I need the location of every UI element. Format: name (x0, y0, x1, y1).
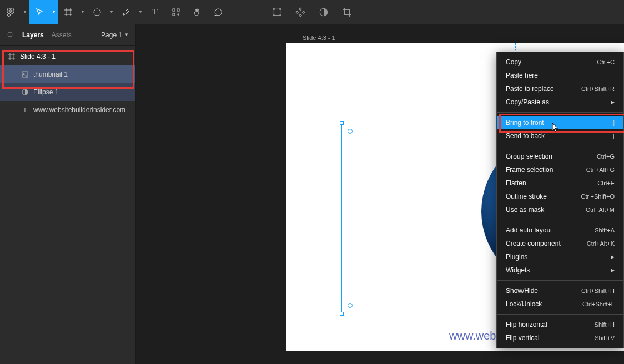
ctx-copy-paste-as[interactable]: Copy/Paste as▶ (497, 95, 623, 109)
hand-tool-icon (193, 8, 202, 17)
submenu-arrow-icon: ▶ (611, 267, 615, 273)
ctx-show-hide[interactable]: Show/HideCtrl+Shift+H (497, 284, 623, 297)
ctx-lock[interactable]: Lock/UnlockCtrl+Shift+L (497, 297, 623, 311)
text-tool-button[interactable]: T (144, 0, 165, 24)
move-tool-button[interactable] (29, 0, 50, 24)
layer-thumbnail[interactable]: thumbnail 1 (0, 65, 135, 83)
figma-menu-chevron[interactable]: ▼ (21, 0, 29, 24)
toolbar: ▼ ▼ ▼ ▼ ▼ T (0, 0, 624, 24)
comment-tool-button[interactable] (208, 0, 229, 24)
resources-icon (172, 8, 180, 17)
ctx-separator (497, 314, 623, 315)
svg-point-12 (273, 14, 275, 16)
ctx-send-back-label: Send to back (506, 132, 545, 140)
pen-tool-icon (122, 8, 130, 17)
svg-rect-9 (274, 9, 280, 15)
crop-button[interactable] (341, 7, 353, 18)
chevron-down-icon: ▼ (124, 32, 129, 37)
layer-frame[interactable]: Slide 4:3 - 1 (0, 48, 135, 65)
ctx-lock-shortcut: Ctrl+Shift+L (582, 301, 615, 307)
component-icon (295, 7, 305, 17)
ctx-separator (497, 146, 623, 146)
layers-panel: Slide 4:3 - 1 thumbnail 1 Ellipse 1 T ww… (0, 46, 135, 119)
ctx-copy-shortcut: Ctrl+C (597, 59, 615, 65)
shape-tool-chevron[interactable]: ▼ (108, 0, 115, 24)
frame-icon (8, 53, 16, 60)
ctx-plugins[interactable]: Plugins▶ (497, 250, 623, 264)
svg-point-10 (273, 8, 275, 9)
ctx-separator (497, 220, 623, 220)
ctx-paste-replace-shortcut: Ctrl+Shift+R (581, 85, 615, 92)
ctx-flatten-shortcut: Ctrl+E (597, 180, 615, 186)
svg-point-3 (11, 11, 14, 13)
move-tool-chevron[interactable]: ▼ (50, 0, 58, 24)
layer-frame-label: Slide 4:3 - 1 (20, 53, 56, 60)
ctx-frame-selection[interactable]: Frame selectionCtrl+Alt+G (497, 163, 623, 176)
ctx-send-back[interactable]: Send to back[ (497, 129, 623, 143)
layer-thumbnail-label: thumbnail 1 (33, 70, 68, 78)
ctx-paste-replace[interactable]: Paste to replaceCtrl+Shift+R (497, 82, 623, 95)
ctx-flatten[interactable]: FlattenCtrl+E (497, 176, 623, 190)
text-tool-icon: T (152, 7, 157, 17)
create-component-button[interactable] (295, 7, 306, 18)
ctx-flip-v-shortcut: Shift+V (595, 335, 615, 341)
ctx-outline[interactable]: Outline strokeCtrl+Shift+O (497, 190, 623, 203)
ctx-copy[interactable]: CopyCtrl+C (497, 55, 623, 69)
svg-point-13 (279, 14, 281, 16)
search-icon[interactable] (7, 31, 14, 39)
page-selector-label: Page 1 (101, 31, 122, 39)
pen-tool-button[interactable] (115, 0, 137, 24)
ctx-bring-front[interactable]: Bring to front] (497, 116, 623, 129)
sidebar: Layers Assets Page 1▼ Slide 4:3 - 1 thum… (0, 24, 136, 364)
tab-layers[interactable]: Layers (22, 31, 44, 39)
ctx-paste-here[interactable]: Paste here (497, 69, 623, 82)
selection-radius-t[interactable] (348, 129, 353, 134)
ctx-auto-layout[interactable]: Add auto layoutShift+A (497, 224, 623, 237)
ctx-paste-replace-label: Paste to replace (506, 85, 554, 93)
ctx-send-back-shortcut: [ (613, 133, 615, 139)
ctx-mask[interactable]: Use as maskCtrl+Alt+M (497, 203, 623, 216)
ctx-widgets-label: Widgets (506, 266, 530, 274)
ctx-flip-v-label: Flip vertical (506, 334, 540, 342)
ctx-create-component[interactable]: Create componentCtrl+Alt+K (497, 237, 623, 250)
canvas-frame-label[interactable]: Slide 4:3 - 1 (303, 34, 335, 41)
ctx-flatten-label: Flatten (506, 179, 526, 187)
ctx-group[interactable]: Group selectionCtrl+G (497, 150, 623, 163)
ctx-outline-label: Outline stroke (506, 193, 547, 200)
tab-assets[interactable]: Assets (52, 31, 72, 39)
layer-text[interactable]: T www.websitebuilderinsider.com (0, 101, 135, 119)
toolbar-left: ▼ ▼ ▼ ▼ ▼ T (0, 0, 229, 24)
ctx-plugins-label: Plugins (506, 253, 527, 261)
selection-handle-bl[interactable] (340, 312, 344, 316)
ctx-separator (497, 112, 623, 113)
frame-tool-icon (64, 8, 73, 17)
svg-point-15 (8, 32, 12, 37)
comment-tool-icon (214, 8, 223, 17)
edit-object-button[interactable] (271, 7, 283, 18)
mask-button[interactable] (318, 7, 329, 18)
selection-handle-tl[interactable] (340, 121, 344, 125)
ctx-flip-v[interactable]: Flip verticalShift+V (497, 331, 623, 345)
pen-tool-chevron[interactable]: ▼ (137, 0, 144, 24)
ctx-separator (497, 280, 623, 281)
shape-tool-button[interactable] (87, 0, 108, 24)
guide-horizontal (286, 219, 341, 219)
ctx-bring-front-shortcut: ] (613, 119, 615, 126)
ctx-mask-label: Use as mask (506, 206, 544, 214)
frame-tool-chevron[interactable]: ▼ (79, 0, 87, 24)
hand-tool-button[interactable] (187, 0, 208, 24)
layer-ellipse[interactable]: Ellipse 1 (0, 83, 135, 101)
submenu-arrow-icon: ▶ (611, 254, 615, 260)
svg-rect-7 (177, 9, 179, 11)
svg-point-2 (8, 11, 11, 13)
selection-radius-b[interactable] (348, 303, 353, 308)
crop-icon (342, 7, 352, 17)
resources-button[interactable] (165, 0, 187, 24)
ctx-auto-layout-label: Add auto layout (506, 226, 552, 234)
page-selector[interactable]: Page 1▼ (101, 31, 129, 39)
frame-tool-button[interactable] (58, 0, 79, 24)
figma-menu-button[interactable] (0, 0, 21, 24)
ctx-widgets[interactable]: Widgets▶ (497, 264, 623, 277)
ctx-flip-h[interactable]: Flip horizontalShift+H (497, 318, 623, 331)
ctx-group-label: Group selection (506, 153, 552, 160)
